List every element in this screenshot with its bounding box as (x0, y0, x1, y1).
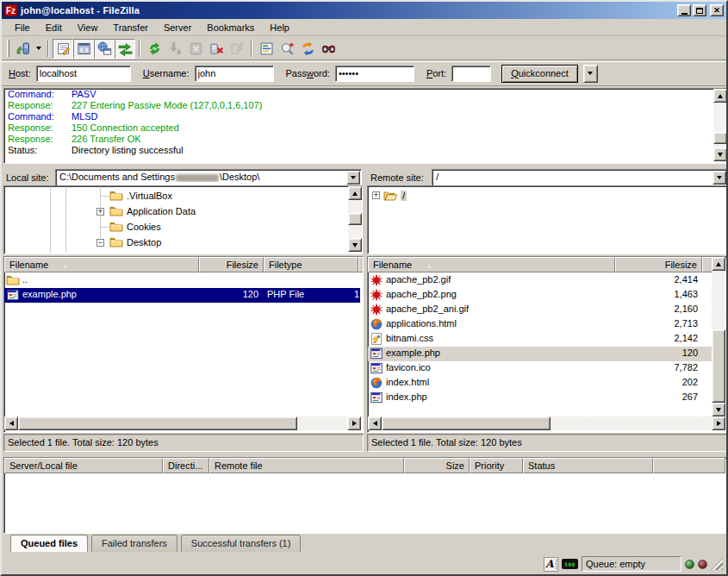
menu-transfer[interactable]: Transfer (105, 20, 156, 35)
scroll-down-button[interactable] (348, 238, 362, 252)
scroll-up-button[interactable] (712, 257, 725, 271)
expand-icon[interactable] (96, 208, 104, 216)
local-site-dropdown-button[interactable] (346, 171, 360, 185)
expand-icon[interactable] (372, 191, 380, 199)
title-bar[interactable]: Fz john@localhost - FileZilla ✕ (2, 2, 726, 19)
menu-server[interactable]: Server (156, 20, 199, 35)
quickconnect-button[interactable]: Quickconnect (501, 65, 578, 83)
tree-item-virtualbox[interactable]: .VirtualBox (109, 188, 172, 203)
scroll-up-button[interactable] (348, 186, 362, 200)
toggle-message-log-button[interactable] (53, 39, 73, 59)
cancel-operation-button[interactable] (185, 39, 206, 59)
queue-header-priority[interactable]: Priority (470, 458, 523, 473)
scroll-right-button[interactable] (347, 416, 361, 430)
menu-file[interactable]: File (7, 20, 38, 35)
tree-item-application-data[interactable]: Application Data (109, 203, 196, 219)
remote-site-combo[interactable]: / (432, 169, 728, 186)
menu-bookmarks[interactable]: Bookmarks (199, 20, 262, 35)
queue-header-direction[interactable]: Directi... (163, 458, 209, 473)
remote-site-dropdown-button[interactable] (712, 171, 726, 185)
file-row-selected[interactable]: example.php120 (368, 347, 712, 361)
file-row-selected[interactable]: example.php 120 PHP File 1 (4, 288, 360, 303)
tree-item-desktop[interactable]: Desktop (109, 235, 161, 250)
scroll-left-button[interactable] (368, 416, 382, 430)
file-row[interactable]: bitnami.css2,142 (368, 332, 712, 347)
file-row[interactable]: apache_pb2.gif2,414 (368, 273, 712, 288)
transfer-queue-icon (118, 41, 133, 56)
close-icon: ✕ (713, 6, 720, 15)
maximize-button[interactable] (693, 4, 706, 16)
toolbar-separator (139, 41, 140, 57)
tab-failed-transfers[interactable]: Failed transfers (91, 535, 177, 552)
refresh-button[interactable] (144, 39, 165, 59)
toolbar-grip[interactable] (7, 40, 9, 57)
queue-header-server-local-file[interactable]: Server/Local file (4, 458, 163, 473)
resize-grip[interactable] (711, 558, 723, 570)
apache-feather-icon (370, 303, 383, 316)
file-row[interactable]: index.php267 (368, 391, 712, 405)
collapse-icon[interactable] (96, 239, 104, 247)
quickconnect-dropdown-button[interactable] (583, 65, 598, 83)
refresh-icon (147, 41, 162, 56)
scroll-up-button[interactable] (713, 89, 727, 103)
directory-comparison-button[interactable] (277, 39, 297, 59)
minimize-icon (681, 13, 688, 15)
column-header-filesize[interactable]: Filesize (199, 257, 264, 272)
message-log-icon (56, 41, 71, 56)
local-file-list: Filename Filesize Filetype L .. example.… (3, 256, 364, 433)
toggle-remote-tree-button[interactable] (94, 39, 115, 59)
speed-limits-icon[interactable]: 500 (562, 559, 578, 569)
directory-filters-button[interactable] (256, 39, 277, 59)
reconnect-button[interactable] (227, 39, 247, 59)
scroll-left-button[interactable] (4, 416, 18, 430)
port-input[interactable] (451, 66, 491, 82)
scroll-down-button[interactable] (713, 147, 727, 161)
file-row[interactable]: favicon.ico7,782 (368, 361, 712, 376)
disconnect-button[interactable] (206, 39, 227, 59)
close-button[interactable]: ✕ (710, 4, 724, 16)
site-manager-button[interactable] (12, 39, 33, 59)
queue-header-remote-file[interactable]: Remote file (209, 458, 404, 473)
username-input[interactable] (195, 66, 274, 82)
tab-queued-files[interactable]: Queued files (10, 535, 88, 552)
ascii-datatype-icon: A (544, 557, 558, 572)
scroll-thumb[interactable] (712, 329, 725, 403)
find-files-button[interactable] (318, 39, 339, 59)
local-tree-icon (77, 41, 91, 56)
queue-header-stub (653, 458, 725, 473)
scroll-down-button[interactable] (712, 403, 725, 416)
column-header-filename[interactable]: Filename (4, 257, 199, 272)
scroll-thumb[interactable] (18, 416, 297, 430)
file-row[interactable]: index.html202 (368, 376, 712, 391)
queue-header-status[interactable]: Status (523, 458, 653, 473)
scroll-thumb[interactable] (382, 416, 551, 430)
minimize-button[interactable] (677, 4, 691, 16)
tree-item-cookies[interactable]: Cookies (109, 219, 161, 235)
queue-header-size[interactable]: Size (404, 458, 470, 473)
scroll-right-button[interactable] (712, 416, 725, 430)
host-input[interactable] (36, 66, 131, 82)
tree-item-root[interactable]: / (383, 188, 407, 203)
toggle-transfer-queue-button[interactable] (115, 39, 135, 59)
local-site-combo[interactable]: C:\Documents and Settings\Desktop\ (55, 169, 362, 186)
scroll-thumb[interactable] (348, 213, 362, 225)
process-queue-button[interactable] (165, 39, 185, 59)
file-row[interactable]: applications.html2,713 (368, 317, 712, 332)
column-header-filetype[interactable]: Filetype (264, 257, 358, 272)
password-input[interactable] (335, 66, 414, 82)
column-header-filename[interactable]: Filename (368, 257, 615, 272)
scroll-thumb[interactable] (713, 132, 727, 144)
site-manager-dropdown-button[interactable] (33, 40, 44, 58)
file-row[interactable]: apache_pb2_ani.gif2,160 (368, 303, 712, 317)
synchronized-browsing-button[interactable] (297, 39, 318, 59)
file-row-parent[interactable]: .. (4, 273, 360, 288)
pane-splitter[interactable] (363, 168, 367, 452)
column-header-filesize[interactable]: Filesize (615, 257, 702, 272)
file-row[interactable]: apache_pb2.png1,463 (368, 288, 712, 303)
menu-view[interactable]: View (70, 20, 106, 35)
toggle-local-tree-button[interactable] (73, 39, 94, 59)
log-line: Response:226 Transfer OK (4, 134, 727, 145)
menu-edit[interactable]: Edit (38, 20, 70, 35)
menu-help[interactable]: Help (262, 20, 297, 35)
tab-successful-transfers[interactable]: Successful transfers (1) (181, 535, 302, 552)
